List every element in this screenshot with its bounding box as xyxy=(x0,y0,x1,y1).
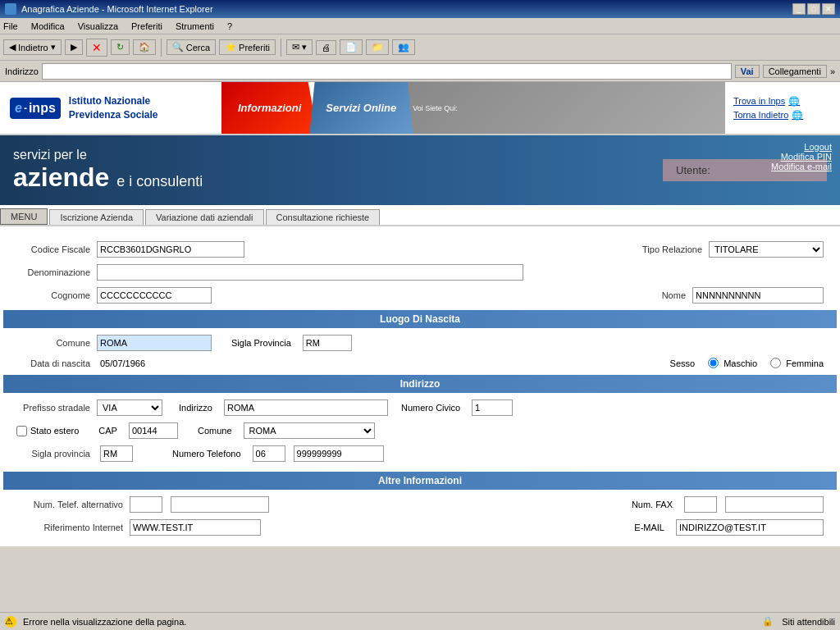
sesso-maschio[interactable]: Maschio xyxy=(708,358,757,368)
comune-ind-label: Comune xyxy=(198,426,232,436)
tab-iscrizione[interactable]: Iscrizione Azienda xyxy=(49,209,144,225)
num-tel-alt-label: Num. Telef. alternativo xyxy=(16,500,123,509)
row-comune-nascita: Comune Sigla Provincia xyxy=(16,335,824,351)
nav-servizi-button[interactable]: Servizi Online xyxy=(309,82,413,134)
globe-icon: 🌐 xyxy=(788,96,800,107)
folder-icon: 📁 xyxy=(372,42,383,52)
mail-button[interactable]: ✉ ▾ xyxy=(286,39,313,55)
vai-button[interactable]: Vai xyxy=(735,65,760,78)
torna-link[interactable]: Torna Indietro 🌐 xyxy=(733,110,832,121)
tipo-relazione-select[interactable]: TITOLARE DELEGATO CONSULENTE xyxy=(709,241,824,258)
search-button[interactable]: 🔍 Cerca xyxy=(167,39,216,55)
email-input[interactable] xyxy=(676,519,824,536)
row-prefisso-indirizzo: Prefisso stradale VIA VIALE CORSO PIAZZA… xyxy=(16,399,824,416)
collegamenti-dropdown-icon[interactable]: » xyxy=(830,66,835,76)
org-name-1: Istituto Nazionale xyxy=(69,94,158,108)
numero-civico-input[interactable] xyxy=(472,399,513,416)
main-content: Codice Fiscale Tipo Relazione TITOLARE D… xyxy=(0,226,840,546)
forward-button[interactable]: ▶ xyxy=(65,39,83,55)
refresh-button[interactable]: ↻ xyxy=(111,39,130,55)
tab-consultazione[interactable]: Consultazione richieste xyxy=(266,209,381,225)
radio-femmina[interactable] xyxy=(770,358,781,368)
folder-button[interactable]: 📁 xyxy=(366,39,389,55)
sigla-provincia-ind-label: Sigla provincia xyxy=(16,449,90,459)
address-label: Indirizzo xyxy=(5,66,39,76)
star-icon: ⭐ xyxy=(225,42,236,52)
mail-dropdown-icon[interactable]: ▾ xyxy=(302,42,307,52)
row-cognome-nome: Cognome Nome xyxy=(16,287,824,304)
maximize-button[interactable]: □ xyxy=(807,3,820,15)
stop-button[interactable]: ✕ xyxy=(86,39,107,57)
modifica-pin-link[interactable]: Modifica PIN xyxy=(771,152,832,162)
back-dropdown-icon[interactable]: ▾ xyxy=(51,42,56,52)
nav-tabs: MENU Iscrizione Azienda Variazione dati … xyxy=(0,205,840,226)
num-fax-area[interactable] xyxy=(684,496,717,513)
banner-actions: Logout Modifica PIN Modifica e-mail xyxy=(771,142,832,171)
codice-fiscale-label: Codice Fiscale xyxy=(16,244,90,254)
menu-modifica[interactable]: Modifica xyxy=(31,21,65,31)
num-fax-label: Num. FAX xyxy=(632,500,673,509)
close-button[interactable]: ✕ xyxy=(822,3,835,15)
comune-ind-select[interactable]: ROMA xyxy=(244,422,375,439)
sigla-provincia-ind-input[interactable] xyxy=(100,445,133,462)
row-denominazione: Denominazione xyxy=(16,264,824,281)
row-codice-fiscale: Codice Fiscale Tipo Relazione TITOLARE D… xyxy=(16,241,824,258)
tab-variazione[interactable]: Variazione dati aziendali xyxy=(145,209,263,225)
sesso-femmina[interactable]: Femmina xyxy=(770,358,824,368)
logo-e: e xyxy=(15,101,22,116)
address-bar: Indirizzo Vai Collegamenti » xyxy=(0,61,840,82)
window-controls[interactable]: _ □ ✕ xyxy=(792,3,835,15)
address-input[interactable] xyxy=(42,63,732,80)
menu-visualizza[interactable]: Visualizza xyxy=(78,21,118,31)
print-button[interactable]: 🖨 xyxy=(316,40,336,55)
edit-icon: 📄 xyxy=(345,42,357,52)
altre-info-header: Altre Informazioni xyxy=(3,472,837,490)
minimize-button[interactable]: _ xyxy=(792,3,806,15)
collegamenti-button[interactable]: Collegamenti xyxy=(763,65,827,78)
sigla-provincia-input[interactable] xyxy=(303,335,352,351)
num-fax-num[interactable] xyxy=(725,496,824,513)
indirizzo-label: Indirizzo xyxy=(179,403,212,413)
trova-link[interactable]: Trova in Inps 🌐 xyxy=(733,96,832,107)
menu-preferiti[interactable]: Preferiti xyxy=(131,21,162,31)
riferimento-internet-label: Riferimento Internet xyxy=(16,523,123,532)
cognome-input[interactable] xyxy=(97,287,212,304)
logo-dash: - xyxy=(24,103,27,114)
radio-maschio[interactable] xyxy=(708,358,719,368)
tel-num-input[interactable] xyxy=(294,445,384,462)
stato-estero-checkbox-label[interactable]: Stato estero xyxy=(16,426,79,436)
menu-bar: File Modifica Visualizza Preferiti Strum… xyxy=(0,18,840,34)
mail-icon: ✉ xyxy=(292,42,299,52)
menu-file[interactable]: File xyxy=(3,21,18,31)
num-tel-alt-num[interactable] xyxy=(171,496,269,513)
favorites-button[interactable]: ⭐ Preferiti xyxy=(219,39,276,55)
comune-nascita-input[interactable] xyxy=(97,335,212,351)
globe-icon-2: 🌐 xyxy=(792,110,803,121)
back-button[interactable]: ◀ Indietro ▾ xyxy=(3,39,62,55)
edit-button[interactable]: 📄 xyxy=(340,39,363,55)
tab-menu[interactable]: MENU xyxy=(0,208,48,225)
denominazione-input[interactable] xyxy=(97,264,523,281)
num-tel-alt-area[interactable] xyxy=(130,496,162,513)
menu-help[interactable]: ? xyxy=(227,21,232,31)
home-button[interactable]: 🏠 xyxy=(133,39,156,55)
riferimento-internet-input[interactable] xyxy=(130,519,261,536)
email-label: E-MAIL xyxy=(634,523,664,532)
logout-link[interactable]: Logout xyxy=(771,142,832,152)
indirizzo-input[interactable] xyxy=(224,399,388,416)
nome-input[interactable] xyxy=(692,287,824,304)
menu-strumenti[interactable]: Strumenti xyxy=(176,21,214,31)
stato-estero-checkbox[interactable] xyxy=(16,426,27,436)
nav-info-button[interactable]: Informazioni xyxy=(221,82,317,134)
prefisso-select[interactable]: VIA VIALE CORSO PIAZZA xyxy=(97,399,162,416)
toolbar-separator-1 xyxy=(161,39,162,57)
users-button[interactable]: 👥 xyxy=(392,39,415,55)
codice-fiscale-input[interactable] xyxy=(97,241,244,258)
cap-input[interactable] xyxy=(129,422,178,439)
nav-gray-area: Voi Siete Qui: xyxy=(404,82,725,134)
banner-aziende: aziende e i consulenti xyxy=(13,162,203,193)
tel-area-input[interactable] xyxy=(253,445,285,462)
modifica-email-link[interactable]: Modifica e-mail xyxy=(771,162,832,171)
denominazione-label: Denominazione xyxy=(16,267,90,277)
org-name-2: Previdenza Sociale xyxy=(69,108,158,122)
